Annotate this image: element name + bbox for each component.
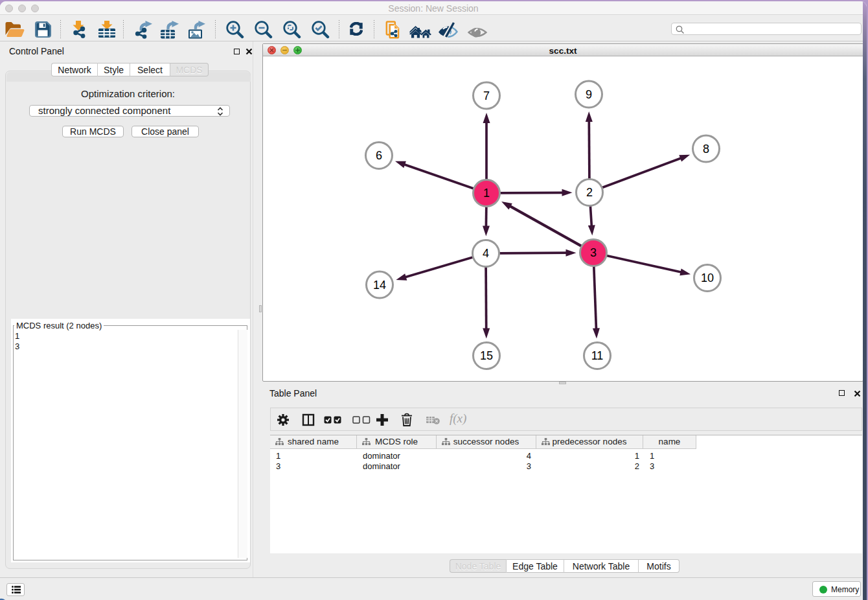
svg-text:1: 1 [483,187,490,200]
svg-text:14: 14 [373,279,386,292]
svg-text:7: 7 [483,89,490,102]
svg-text:15: 15 [480,349,493,362]
svg-text:10: 10 [701,271,714,284]
svg-text:2: 2 [586,186,593,199]
svg-text:3: 3 [590,246,597,259]
svg-text:9: 9 [586,88,592,101]
svg-text:11: 11 [591,349,604,362]
svg-text:8: 8 [703,143,709,156]
svg-text:6: 6 [376,149,382,162]
svg-text:4: 4 [483,247,489,260]
